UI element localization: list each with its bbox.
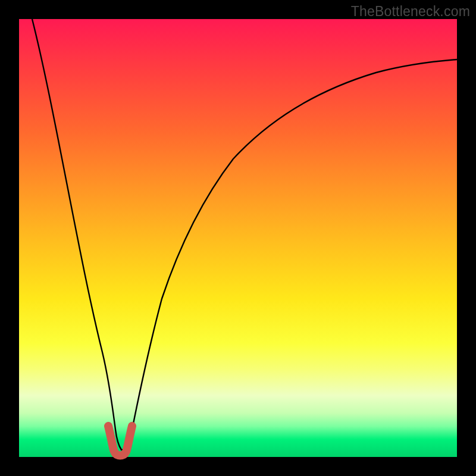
min-marker-icon <box>108 426 132 456</box>
chart-svg <box>19 19 457 457</box>
outer-frame: TheBottleneck.com <box>0 0 476 476</box>
bottleneck-curve <box>32 19 457 450</box>
watermark-text: TheBottleneck.com <box>351 4 470 20</box>
plot-area <box>19 19 457 457</box>
